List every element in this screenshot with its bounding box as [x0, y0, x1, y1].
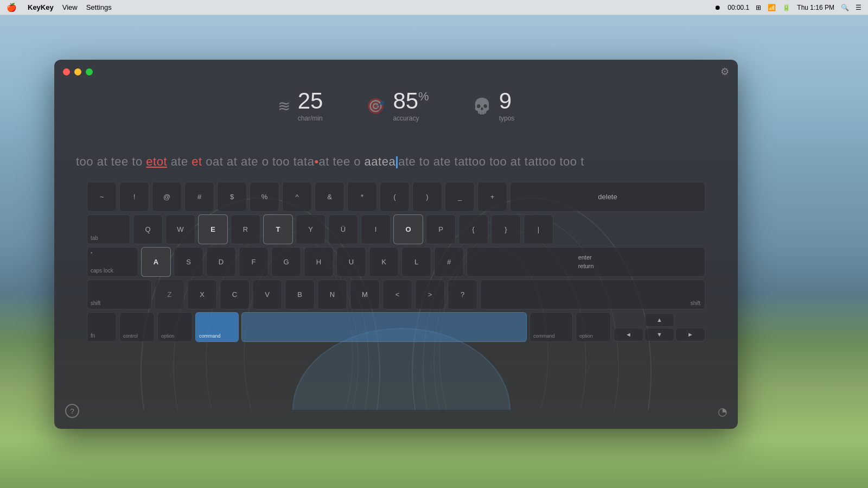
key-arrow-up[interactable]: ▲	[644, 313, 674, 327]
wifi-icon: 📶	[768, 4, 776, 11]
key-period[interactable]: >	[415, 280, 445, 309]
title-bar: ⚙	[54, 60, 738, 84]
text-cursor	[396, 156, 398, 168]
search-icon[interactable]: 🔍	[841, 4, 849, 11]
key-delete[interactable]: delete	[510, 182, 705, 212]
key-option-left[interactable]: option	[157, 312, 193, 342]
menubar: 🍎 KeyKey View Settings ⏺ 00:00.1 ⊞ 📶 🔋 T…	[0, 0, 868, 15]
menubar-right: ⏺ 00:00.1 ⊞ 📶 🔋 Thu 1:16 PM 🔍 ☰	[714, 4, 861, 11]
key-d[interactable]: D	[206, 247, 236, 277]
key-tilde[interactable]: ~	[87, 182, 117, 212]
key-3[interactable]: #	[184, 182, 214, 212]
key-g[interactable]: G	[271, 247, 301, 277]
key-1[interactable]: !	[119, 182, 149, 212]
key-v[interactable]: V	[252, 280, 282, 309]
key-lbrace[interactable]: {	[458, 214, 488, 244]
key-i[interactable]: I	[361, 214, 391, 244]
key-j[interactable]: U	[336, 247, 366, 277]
close-button[interactable]	[63, 68, 70, 75]
text-remaining: ate to ate tattoo too at tattoo too t	[398, 155, 584, 168]
key-slash[interactable]: ?	[448, 280, 477, 309]
traffic-lights	[63, 68, 93, 75]
clock-button[interactable]: ◔	[718, 405, 727, 418]
key-arrow-left[interactable]: ◄	[614, 328, 643, 341]
key-control[interactable]: control	[119, 312, 155, 342]
key-b[interactable]: B	[285, 280, 315, 309]
key-8[interactable]: *	[347, 182, 377, 212]
key-t[interactable]: T	[263, 214, 293, 244]
key-2[interactable]: @	[152, 182, 182, 212]
key-fn[interactable]: fn	[87, 312, 117, 342]
key-row-4: shift Z X C V B N M < > ? shift	[87, 280, 705, 309]
text-display: too at tee to etot ate et oat at ate o t…	[54, 152, 738, 171]
key-y[interactable]: Y	[296, 214, 326, 244]
key-o[interactable]: O	[393, 214, 423, 244]
key-shift-left[interactable]: shift	[87, 280, 152, 309]
menubar-left: 🍎 KeyKey View Settings	[7, 3, 112, 12]
key-arrow-down[interactable]: ▼	[644, 328, 674, 341]
key-command-right[interactable]: command	[529, 312, 573, 342]
key-tab[interactable]: tab	[87, 214, 130, 244]
help-button[interactable]: ?	[65, 404, 79, 418]
key-p[interactable]: P	[426, 214, 456, 244]
key-r[interactable]: R	[231, 214, 260, 244]
key-l[interactable]: L	[401, 247, 431, 277]
key-k[interactable]: K	[369, 247, 399, 277]
key-comma[interactable]: <	[382, 280, 412, 309]
key-u[interactable]: Ü	[328, 214, 358, 244]
key-plus[interactable]: +	[477, 182, 507, 212]
key-s[interactable]: S	[174, 247, 203, 277]
key-rbrace[interactable]: }	[491, 214, 521, 244]
key-7[interactable]: &	[315, 182, 344, 212]
key-c[interactable]: C	[220, 280, 250, 309]
key-4[interactable]: $	[217, 182, 247, 212]
key-n[interactable]: N	[317, 280, 347, 309]
text-error-word: etot	[146, 155, 167, 168]
apple-menu[interactable]: 🍎	[7, 3, 17, 12]
key-h[interactable]: H	[304, 247, 334, 277]
typos-number: 9	[499, 90, 515, 112]
key-6[interactable]: ^	[282, 182, 312, 212]
stat-accuracy-values: 85% accuracy	[393, 90, 429, 122]
key-minus[interactable]: _	[445, 182, 475, 212]
key-option-right[interactable]: option	[576, 312, 611, 342]
key-a[interactable]: A	[141, 247, 171, 277]
key-0[interactable]: )	[412, 182, 442, 212]
grid-icon: ⊞	[756, 4, 761, 11]
key-z[interactable]: Z	[155, 280, 184, 309]
key-row-5: fn control option command command option	[87, 312, 705, 342]
minimize-button[interactable]	[74, 68, 81, 75]
key-command-left[interactable]: command	[195, 312, 239, 342]
key-capslock[interactable]: • caps lock	[87, 247, 138, 277]
menu-icon[interactable]: ☰	[856, 4, 861, 11]
view-menu[interactable]: View	[62, 3, 78, 11]
record-indicator: ⏺	[714, 4, 721, 11]
speed-label: char/min	[298, 115, 323, 122]
clock-display: Thu 1:16 PM	[797, 4, 834, 11]
speed-icon: ≋	[278, 97, 290, 115]
key-arrow-right[interactable]: ►	[675, 328, 705, 341]
key-x[interactable]: X	[187, 280, 217, 309]
accuracy-icon: 🎯	[366, 97, 385, 115]
text-mid3: at tee o	[319, 155, 365, 168]
key-semicolon[interactable]: #	[434, 247, 464, 277]
key-enter[interactable]: enterreturn	[467, 247, 705, 277]
key-row-2: tab Q W E R T Y Ü I O P { } |	[87, 214, 705, 244]
maximize-button[interactable]	[86, 68, 93, 75]
key-shift-right[interactable]: shift	[480, 280, 705, 309]
key-space[interactable]	[241, 312, 527, 342]
battery-icon: 🔋	[782, 4, 790, 11]
key-q[interactable]: Q	[133, 214, 163, 244]
key-e[interactable]: E	[198, 214, 228, 244]
key-f[interactable]: F	[239, 247, 269, 277]
settings-menu[interactable]: Settings	[86, 3, 112, 11]
key-w[interactable]: W	[165, 214, 195, 244]
typos-label: typos	[499, 115, 515, 122]
accuracy-label: accuracy	[393, 115, 429, 122]
settings-button[interactable]: ⚙	[720, 66, 729, 78]
key-9[interactable]: (	[380, 182, 410, 212]
key-m[interactable]: M	[350, 280, 380, 309]
key-5[interactable]: %	[250, 182, 279, 212]
key-pipe[interactable]: |	[524, 214, 553, 244]
app-name-menu[interactable]: KeyKey	[28, 3, 54, 11]
